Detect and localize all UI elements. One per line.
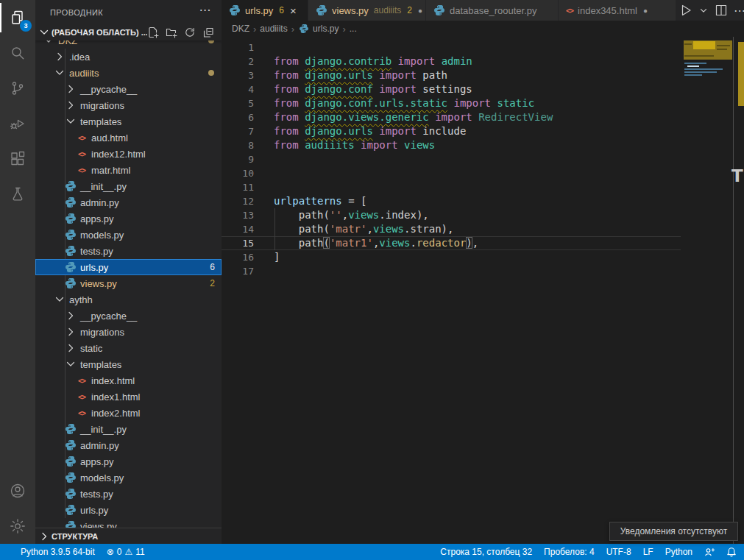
line-number[interactable]: 5 — [222, 96, 254, 110]
line-content[interactable]: from audiiits import views — [274, 138, 435, 152]
code-line-7[interactable]: 7from django.urls import include — [222, 124, 681, 138]
code-line-3[interactable]: 3from django.urls import path — [222, 68, 681, 82]
new-folder-icon[interactable] — [166, 26, 177, 38]
activity-bar-search[interactable] — [0, 35, 35, 71]
line-content[interactable]: path('matr1',views.redactor), — [274, 237, 478, 249]
line-number[interactable]: 17 — [222, 264, 254, 278]
code-line-14[interactable]: 14 path('matr',views.stran), — [222, 222, 681, 236]
code-line-15[interactable]: 15 path('matr1',views.redactor), — [222, 236, 681, 250]
breadcrumb-item[interactable]: audiiits — [260, 24, 287, 34]
line-content[interactable]: path('matr',views.stran), — [274, 222, 453, 236]
code-line-10[interactable]: 10 — [222, 166, 681, 180]
overview-ruler-warning-strip[interactable] — [738, 42, 744, 106]
activity-bar-account[interactable] — [0, 473, 35, 508]
code-line-12[interactable]: 12urlpatterns = [ — [222, 194, 681, 208]
line-content[interactable]: urlpatterns = [ — [274, 194, 366, 208]
line-number[interactable]: 8 — [222, 138, 254, 152]
status-problems[interactable]: ⊗0⚠11 — [107, 547, 145, 557]
line-number[interactable]: 3 — [222, 68, 254, 82]
line-content[interactable]: from django.contrib import admin — [274, 54, 472, 68]
refresh-icon[interactable] — [184, 26, 196, 38]
line-content[interactable]: from django.views.generic import Redirec… — [274, 110, 553, 124]
tree-item-matr-html[interactable]: <>matr.html — [35, 162, 222, 178]
status-feedback[interactable] — [704, 547, 715, 557]
dirty-indicator-icon[interactable]: ● — [643, 7, 648, 15]
tree-item-index1-html[interactable]: <>index1.html — [35, 389, 222, 405]
sidebar-more-actions-icon[interactable]: ⋯ — [199, 3, 211, 17]
line-number[interactable]: 10 — [222, 166, 254, 180]
tree-item-migrations[interactable]: migrations — [35, 324, 222, 340]
code-line-17[interactable]: 17 — [222, 264, 681, 278]
tab-urls-py[interactable]: urls.py6× — [222, 0, 308, 21]
breadcrumb-item[interactable]: urls.py — [298, 23, 339, 35]
line-content[interactable]: from django.conf import settings — [274, 82, 472, 96]
line-number[interactable]: 2 — [222, 54, 254, 68]
line-number[interactable]: 15 — [222, 237, 254, 249]
tree-item-aud-html[interactable]: <>aud.html — [35, 130, 222, 146]
tree-item-apps-py[interactable]: apps.py — [35, 210, 222, 227]
line-number[interactable]: 9 — [222, 152, 254, 166]
line-number[interactable]: 1 — [222, 40, 254, 54]
status-eol[interactable]: LF — [643, 547, 653, 557]
tree-item-tests-py[interactable]: tests.py — [35, 243, 222, 259]
tab-views-py[interactable]: views.pyaudiiits2● — [308, 0, 426, 21]
tree-item-models-py[interactable]: models.py — [35, 227, 222, 243]
tree-item-index-html[interactable]: <>index.html — [35, 372, 222, 389]
tree-item-models-py[interactable]: models.py — [35, 469, 222, 486]
status-language[interactable]: Python — [665, 547, 692, 557]
code-line-2[interactable]: 2from django.contrib import admin — [222, 54, 681, 68]
outline-section-header[interactable]: СТРУКТУРА — [35, 528, 222, 544]
dirty-indicator-icon[interactable]: ● — [418, 7, 422, 15]
tree-item-index12-html[interactable]: <>index12.html — [35, 146, 222, 162]
run-dropdown-icon[interactable] — [697, 4, 710, 17]
line-content[interactable]: from django.conf.urls.static import stat… — [274, 96, 534, 110]
status-indentation[interactable]: Пробелов: 4 — [544, 547, 595, 557]
tree-item-admin-py[interactable]: admin.py — [35, 437, 222, 453]
tab-index345-html[interactable]: <>index345.html● — [559, 0, 676, 21]
minimap[interactable] — [683, 39, 733, 98]
line-content[interactable]: from django.urls import path — [274, 68, 447, 82]
line-number[interactable]: 11 — [222, 180, 254, 194]
tree-item-index2-html[interactable]: <>index2.html — [35, 405, 222, 421]
tree-item--pycache-[interactable]: __pycache__ — [35, 308, 222, 324]
more-icon[interactable]: ⋯ — [732, 2, 744, 19]
tree-item-views-py[interactable]: views.py2 — [35, 275, 222, 291]
activity-bar-settings[interactable] — [0, 508, 35, 544]
tree-item-admin-py[interactable]: admin.py — [35, 194, 222, 210]
line-number[interactable]: 7 — [222, 124, 254, 138]
code-line-5[interactable]: 5from django.conf.urls.static import sta… — [222, 96, 681, 110]
new-file-icon[interactable] — [147, 26, 159, 38]
tree-item-audiiits[interactable]: audiiits — [35, 65, 222, 81]
activity-bar-source-control[interactable] — [0, 71, 35, 106]
run-icon[interactable] — [676, 1, 694, 19]
tree-item-migrations[interactable]: migrations — [35, 97, 222, 113]
line-content[interactable]: from django.urls import include — [274, 124, 466, 138]
line-content[interactable]: ] — [274, 250, 280, 264]
line-number[interactable]: 4 — [222, 82, 254, 96]
status-encoding[interactable]: UTF-8 — [606, 547, 631, 557]
tree-item-templates[interactable]: templates — [35, 113, 222, 130]
tree-item-urls-py[interactable]: urls.py — [35, 502, 222, 518]
close-icon[interactable]: × — [290, 5, 297, 16]
tab-database-roouter-py[interactable]: database_roouter.py — [426, 0, 559, 21]
line-number[interactable]: 12 — [222, 194, 254, 208]
tree-item-aythh[interactable]: aythh — [35, 291, 222, 308]
activity-bar-testing[interactable] — [0, 177, 35, 212]
breadcrumb-item[interactable]: DKZ — [232, 24, 249, 34]
line-number[interactable]: 16 — [222, 250, 254, 264]
activity-bar-extensions[interactable] — [0, 141, 35, 177]
tree-item-templates[interactable]: templates — [35, 356, 222, 372]
code-line-1[interactable]: 1 — [222, 40, 681, 54]
status-python-version[interactable]: Python 3.9.5 64-bit — [21, 547, 95, 557]
code-line-8[interactable]: 8from audiiits import views — [222, 138, 681, 152]
tree-item-apps-py[interactable]: apps.py — [35, 453, 222, 469]
tree-item--pycache-[interactable]: __pycache__ — [35, 81, 222, 97]
collapse-all-icon[interactable] — [202, 26, 214, 38]
tree-item-urls-py[interactable]: urls.py6 — [35, 259, 222, 275]
split-editor-icon[interactable] — [713, 2, 729, 18]
tree-item--idea[interactable]: .idea — [35, 49, 222, 65]
code-line-16[interactable]: 16] — [222, 250, 681, 264]
activity-bar-explorer[interactable]: 3 — [0, 0, 35, 35]
line-number[interactable]: 14 — [222, 222, 254, 236]
code-line-4[interactable]: 4from django.conf import settings — [222, 82, 681, 96]
